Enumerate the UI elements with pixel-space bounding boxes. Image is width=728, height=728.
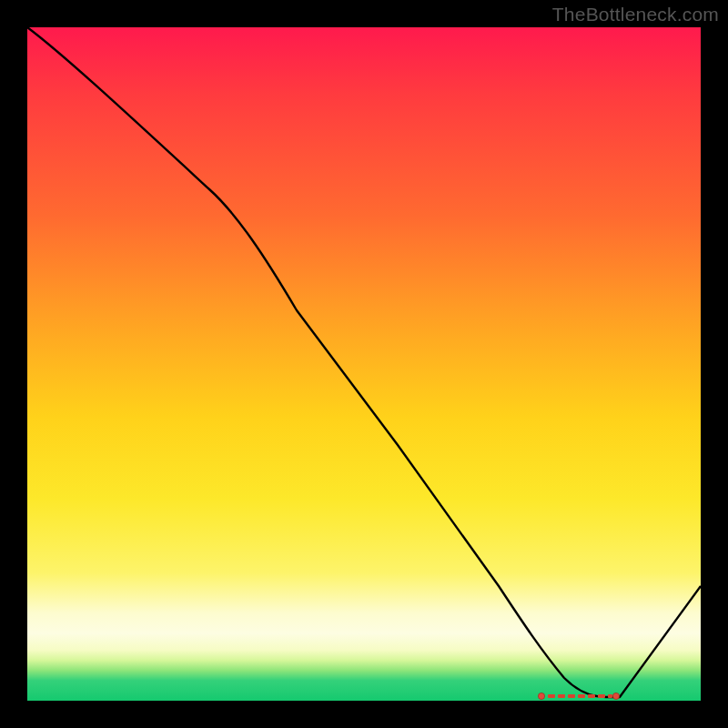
curve-layer [27, 27, 701, 701]
chart-stage: TheBottleneck.com [0, 0, 728, 728]
marker-dash-3 [568, 694, 575, 698]
marker-dot-left [538, 693, 544, 699]
marker-dash-5 [588, 694, 595, 698]
marker-dash-6 [598, 694, 605, 698]
marker-dash-4 [578, 694, 585, 698]
marker-dot-right [612, 693, 619, 699]
watermark-text: TheBottleneck.com [552, 4, 719, 25]
marker-dash-7 [608, 694, 612, 698]
curve-path [27, 27, 701, 697]
marker-dash-2 [558, 694, 565, 698]
plot-area [27, 27, 701, 701]
marker-dash-1 [548, 694, 555, 698]
